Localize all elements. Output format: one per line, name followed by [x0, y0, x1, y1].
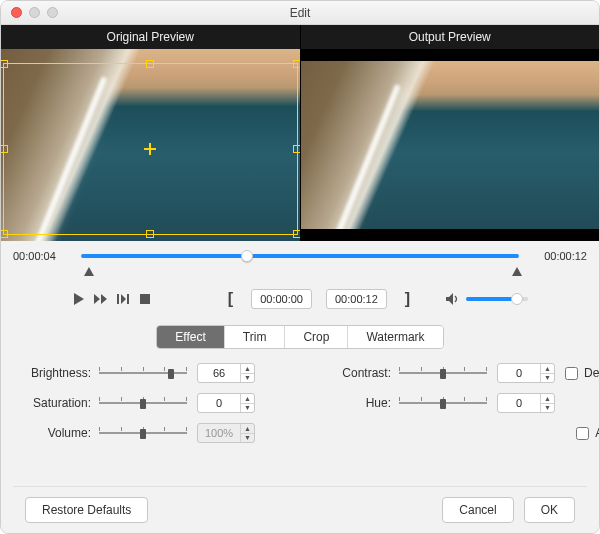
volume-value[interactable]: 100%: [198, 424, 240, 442]
volume-effect-slider[interactable]: [99, 426, 187, 440]
deinterlacing-label: Deinterlacing: [584, 366, 600, 380]
trim-start-field[interactable]: 00:00:00: [251, 289, 312, 309]
contrast-stepper[interactable]: 0▲▼: [497, 363, 555, 383]
contrast-value[interactable]: 0: [498, 364, 540, 382]
output-preview-label: Output Preview: [301, 25, 600, 49]
brightness-label: Brightness:: [21, 366, 93, 380]
step-icon[interactable]: [116, 292, 130, 306]
hue-stepper[interactable]: 0▲▼: [497, 393, 555, 413]
tab-bar: Effect Trim Crop Watermark: [156, 325, 443, 349]
minimize-window-button[interactable]: [29, 7, 40, 18]
hue-label: Hue:: [331, 396, 393, 410]
zoom-window-button[interactable]: [47, 7, 58, 18]
deinterlacing-checkbox[interactable]: [565, 367, 578, 380]
output-preview: [301, 49, 600, 241]
volume-step-down[interactable]: ▼: [241, 434, 254, 443]
trim-end-field[interactable]: 00:00:12: [326, 289, 387, 309]
saturation-step-down[interactable]: ▼: [241, 404, 254, 413]
original-preview[interactable]: [1, 49, 301, 241]
saturation-slider[interactable]: [99, 396, 187, 410]
contrast-step-down[interactable]: ▼: [541, 374, 554, 383]
tab-trim[interactable]: Trim: [225, 326, 286, 348]
titlebar: Edit: [1, 1, 599, 25]
saturation-label: Saturation:: [21, 396, 93, 410]
brightness-slider[interactable]: [99, 366, 187, 380]
trim-out-marker[interactable]: [512, 267, 522, 276]
tab-effect[interactable]: Effect: [157, 326, 224, 348]
apply-to-all-checkbox[interactable]: [576, 427, 589, 440]
restore-defaults-button[interactable]: Restore Defaults: [25, 497, 148, 523]
contrast-label: Contrast:: [331, 366, 393, 380]
volume-slider-thumb[interactable]: [511, 293, 523, 305]
play-icon[interactable]: [72, 292, 86, 306]
volume-stepper[interactable]: 100%▲▼: [197, 423, 255, 443]
timeline-end-time: 00:00:12: [529, 250, 587, 262]
stop-icon[interactable]: [138, 292, 152, 306]
hue-step-up[interactable]: ▲: [541, 394, 554, 404]
fast-forward-icon[interactable]: [94, 292, 108, 306]
timeline-slider[interactable]: [81, 249, 519, 263]
volume-step-up[interactable]: ▲: [241, 424, 254, 434]
brightness-value[interactable]: 66: [198, 364, 240, 382]
contrast-slider[interactable]: [399, 366, 487, 380]
original-preview-label: Original Preview: [1, 25, 301, 49]
svg-rect-0: [140, 294, 150, 304]
cancel-button[interactable]: Cancel: [442, 497, 513, 523]
edit-window: Edit Original Preview Output Preview: [0, 0, 600, 534]
contrast-step-up[interactable]: ▲: [541, 364, 554, 374]
timeline-playhead[interactable]: [241, 250, 253, 262]
hue-slider[interactable]: [399, 396, 487, 410]
apply-to-all-label: Apply to all: [595, 426, 600, 440]
set-out-button[interactable]: ]: [401, 290, 414, 308]
volume-label: Volume:: [21, 426, 93, 440]
volume-icon[interactable]: [446, 292, 460, 306]
brightness-step-down[interactable]: ▼: [241, 374, 254, 383]
trim-in-marker[interactable]: [84, 267, 94, 276]
timeline-start-time: 00:00:04: [13, 250, 71, 262]
window-title: Edit: [1, 6, 599, 20]
brightness-step-up[interactable]: ▲: [241, 364, 254, 374]
brightness-stepper[interactable]: 66▲▼: [197, 363, 255, 383]
tab-watermark[interactable]: Watermark: [348, 326, 442, 348]
tab-crop[interactable]: Crop: [285, 326, 348, 348]
preview-area: Original Preview Output Preview: [1, 25, 599, 241]
volume-slider[interactable]: [466, 297, 528, 301]
saturation-value[interactable]: 0: [198, 394, 240, 412]
saturation-step-up[interactable]: ▲: [241, 394, 254, 404]
set-in-button[interactable]: [: [224, 290, 237, 308]
hue-step-down[interactable]: ▼: [541, 404, 554, 413]
saturation-stepper[interactable]: 0▲▼: [197, 393, 255, 413]
close-window-button[interactable]: [11, 7, 22, 18]
ok-button[interactable]: OK: [524, 497, 575, 523]
hue-value[interactable]: 0: [498, 394, 540, 412]
